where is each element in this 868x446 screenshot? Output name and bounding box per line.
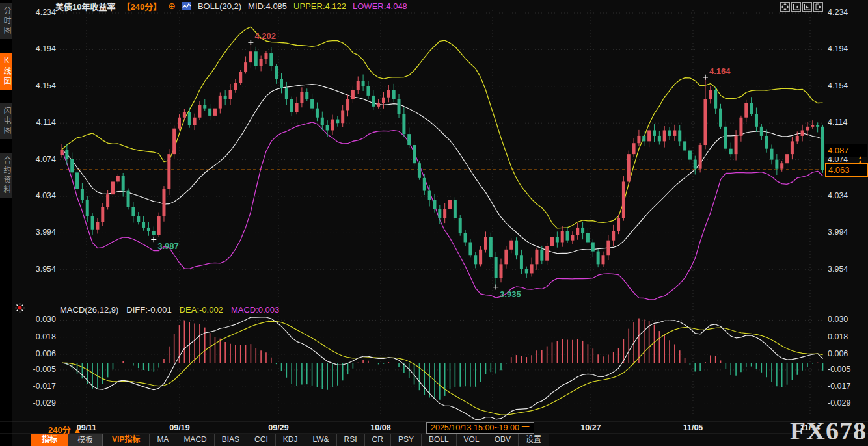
candle-body bbox=[627, 154, 631, 181]
candle-body bbox=[791, 141, 794, 154]
macd-axis-label-left: 0.030 bbox=[25, 315, 56, 324]
candle-body bbox=[591, 243, 595, 252]
candle-body bbox=[208, 109, 211, 116]
candle-body bbox=[714, 90, 717, 108]
candle-body bbox=[632, 143, 636, 154]
candle-body bbox=[438, 209, 441, 218]
toolbar-item-设置[interactable]: 设置 bbox=[519, 434, 549, 446]
candle-body bbox=[545, 246, 549, 261]
candle-body bbox=[479, 250, 482, 265]
candle-body bbox=[540, 250, 543, 261]
candle-body bbox=[673, 130, 676, 135]
candle-body bbox=[653, 130, 656, 135]
axis-compress-icon[interactable] bbox=[791, 2, 801, 12]
candle-body bbox=[622, 181, 625, 218]
candle-body bbox=[509, 241, 513, 250]
candle-body bbox=[443, 209, 446, 218]
candle-body bbox=[454, 200, 457, 218]
chart-canvas[interactable]: 4.2023.9873.9354.164 bbox=[0, 0, 868, 446]
price-axis-label-left: 4.194 bbox=[25, 44, 56, 53]
candle-body bbox=[65, 150, 68, 159]
toolbar-item-LW&[interactable]: LW& bbox=[305, 434, 336, 446]
toolbar-item-BOLL[interactable]: BOLL bbox=[422, 434, 457, 446]
candle-body bbox=[137, 216, 140, 222]
candle-body bbox=[407, 134, 411, 145]
candle-body bbox=[780, 163, 783, 168]
candle-body bbox=[285, 88, 288, 99]
pan-icon[interactable] bbox=[780, 2, 790, 12]
candle-body bbox=[474, 255, 477, 264]
candle-body bbox=[658, 136, 661, 141]
toolbar-item-PSY[interactable]: PSY bbox=[391, 434, 422, 446]
boll-lower-value: LOWER:4.048 bbox=[353, 1, 407, 11]
boll-lower-line bbox=[62, 122, 823, 300]
candle-body bbox=[111, 181, 115, 194]
candle-body bbox=[525, 269, 528, 273]
toolbar-item-指标[interactable]: 指标 bbox=[31, 434, 68, 446]
candle-body bbox=[260, 59, 263, 66]
candle-body bbox=[131, 207, 135, 216]
price-axis-label-right: 3.994 bbox=[828, 228, 864, 237]
candle-body bbox=[172, 129, 176, 154]
candle-body bbox=[750, 103, 753, 114]
toolbar-item-VIP指标[interactable]: VIP指标 bbox=[103, 434, 150, 446]
candle-body bbox=[96, 222, 99, 229]
candle-body bbox=[515, 241, 518, 256]
price-axis-label-right: 4.114 bbox=[828, 118, 864, 127]
current-price-tag: 4.063 bbox=[825, 163, 868, 177]
candle-body bbox=[75, 172, 79, 189]
macd-axis-label-right: -0.029 bbox=[828, 399, 864, 408]
candle-body bbox=[362, 81, 365, 86]
toolbar-item-BIAS[interactable]: BIAS bbox=[215, 434, 247, 446]
boll-upper-line bbox=[62, 27, 823, 228]
candle-body bbox=[770, 149, 774, 160]
candle-body bbox=[735, 136, 738, 154]
candle-body bbox=[418, 163, 421, 178]
candle-body bbox=[601, 255, 604, 264]
candle-body bbox=[219, 96, 222, 109]
candle-body bbox=[576, 228, 579, 235]
axis-play-icon[interactable] bbox=[802, 2, 812, 12]
toolbar-item-模板[interactable]: 模板 bbox=[68, 434, 103, 446]
price-axis-label-left: 3.994 bbox=[25, 228, 56, 237]
candle-body bbox=[81, 189, 84, 200]
candle-body bbox=[147, 228, 150, 231]
toolbar-item-MA[interactable]: MA bbox=[150, 434, 176, 446]
candle-body bbox=[556, 237, 559, 242]
chart-type-icon[interactable] bbox=[182, 2, 191, 10]
candle-body bbox=[755, 114, 758, 127]
toolbar-item-OBV[interactable]: OBV bbox=[487, 434, 519, 446]
page-forward-icon[interactable] bbox=[813, 2, 823, 12]
price-axis-label-left: 3.954 bbox=[25, 265, 56, 274]
price-axis-label-right: 4.034 bbox=[828, 191, 864, 200]
x-axis-tick-label: 09/29 bbox=[268, 423, 288, 432]
candle-body bbox=[392, 90, 396, 99]
toolbar-item-MACD[interactable]: MACD bbox=[176, 434, 214, 446]
candle-body bbox=[413, 145, 416, 163]
price-axis-label-right: 4.234 bbox=[828, 8, 864, 17]
watermark: FX678 bbox=[790, 415, 867, 446]
selected-bar-tooltip: 2025/10/13 15:00~19:00 一 bbox=[426, 422, 534, 434]
extreme-value-label: 3.987 bbox=[157, 241, 179, 251]
candle-body bbox=[101, 207, 104, 222]
macd-axis-label-right: 0.006 bbox=[828, 349, 864, 358]
candle-body bbox=[387, 90, 390, 97]
toolbar-item-CR[interactable]: CR bbox=[365, 434, 391, 446]
candle-body bbox=[152, 231, 156, 235]
toolbar-item-VOL[interactable]: VOL bbox=[457, 434, 487, 446]
scroll-latest-icon[interactable]: ▲▲ bbox=[858, 156, 863, 164]
add-indicator-icon[interactable]: ⊕ bbox=[168, 1, 176, 11]
toolbar-item-KDJ[interactable]: KDJ bbox=[276, 434, 306, 446]
candle-body bbox=[198, 105, 201, 118]
candle-body bbox=[719, 109, 722, 127]
candle-body bbox=[316, 109, 319, 118]
candle-body bbox=[295, 103, 299, 112]
candle-body bbox=[106, 194, 109, 207]
toolbar-item-RSI[interactable]: RSI bbox=[337, 434, 365, 446]
candle-body bbox=[280, 79, 283, 88]
indicator-flag-icon[interactable] bbox=[15, 303, 25, 315]
candle-body bbox=[310, 99, 314, 109]
candle-body bbox=[806, 127, 809, 131]
x-axis-tick-label: 09/19 bbox=[169, 423, 189, 432]
toolbar-item-CCI[interactable]: CCI bbox=[247, 434, 276, 446]
